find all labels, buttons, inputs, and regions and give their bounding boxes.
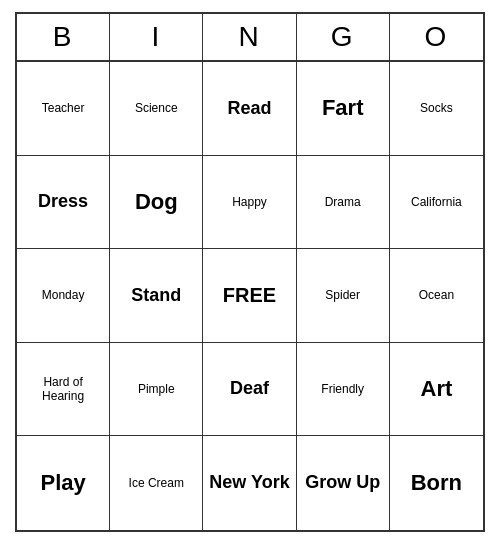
header-letter: O — [390, 14, 483, 62]
bingo-cell-15: Hard of Hearing — [17, 343, 110, 437]
header-letter: I — [110, 14, 203, 62]
bingo-cell-19: Art — [390, 343, 483, 437]
bingo-cell-1: Science — [110, 62, 203, 156]
bingo-cell-3: Fart — [297, 62, 390, 156]
bingo-header: BINGO — [17, 14, 483, 62]
bingo-cell-24: Born — [390, 436, 483, 530]
bingo-cell-10: Monday — [17, 249, 110, 343]
bingo-cell-20: Play — [17, 436, 110, 530]
bingo-cell-7: Happy — [203, 156, 296, 250]
bingo-cell-8: Drama — [297, 156, 390, 250]
bingo-cell-12: FREE — [203, 249, 296, 343]
bingo-cell-11: Stand — [110, 249, 203, 343]
header-letter: B — [17, 14, 110, 62]
bingo-grid: TeacherScienceReadFartSocksDressDogHappy… — [17, 62, 483, 530]
bingo-cell-13: Spider — [297, 249, 390, 343]
bingo-cell-21: Ice Cream — [110, 436, 203, 530]
bingo-cell-5: Dress — [17, 156, 110, 250]
bingo-cell-6: Dog — [110, 156, 203, 250]
bingo-cell-23: Grow Up — [297, 436, 390, 530]
bingo-cell-16: Pimple — [110, 343, 203, 437]
bingo-cell-4: Socks — [390, 62, 483, 156]
header-letter: N — [203, 14, 296, 62]
bingo-card: BINGO TeacherScienceReadFartSocksDressDo… — [15, 12, 485, 532]
bingo-cell-17: Deaf — [203, 343, 296, 437]
bingo-cell-22: New York — [203, 436, 296, 530]
bingo-cell-18: Friendly — [297, 343, 390, 437]
bingo-cell-2: Read — [203, 62, 296, 156]
bingo-cell-0: Teacher — [17, 62, 110, 156]
bingo-cell-14: Ocean — [390, 249, 483, 343]
header-letter: G — [297, 14, 390, 62]
bingo-cell-9: California — [390, 156, 483, 250]
